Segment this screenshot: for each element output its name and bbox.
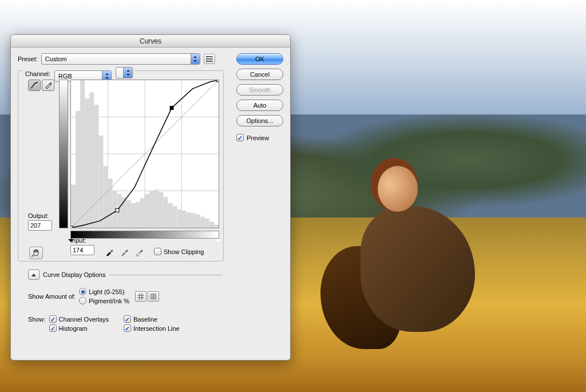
show-label: Show: <box>28 315 46 323</box>
svg-rect-42 <box>71 226 73 228</box>
auto-button[interactable]: Auto <box>236 100 283 111</box>
pigment-radio[interactable] <box>79 297 86 304</box>
pigment-label: Pigment/Ink % <box>89 298 129 304</box>
intersection-checkbox[interactable] <box>124 324 131 332</box>
svg-rect-23 <box>136 202 140 228</box>
preset-value: Custom <box>45 56 67 62</box>
svg-rect-29 <box>163 197 168 228</box>
white-point-slider[interactable] <box>216 239 221 245</box>
svg-rect-43 <box>116 209 119 212</box>
light-radio[interactable] <box>79 288 86 295</box>
channel-extra-dropdown[interactable] <box>116 67 133 78</box>
svg-rect-36 <box>196 214 200 228</box>
show-clipping-checkbox[interactable] <box>154 248 161 255</box>
svg-rect-45 <box>217 80 219 82</box>
svg-rect-30 <box>168 203 172 228</box>
svg-rect-11 <box>80 80 85 228</box>
intersection-label: Intersection Line <box>133 325 180 332</box>
svg-rect-44 <box>170 106 173 110</box>
histogram-checkbox[interactable] <box>49 324 57 332</box>
input-input[interactable] <box>70 245 94 255</box>
baseline-label: Baseline <box>133 316 157 323</box>
output-gradient <box>59 80 68 228</box>
preset-dropdown[interactable]: Custom <box>41 53 200 65</box>
svg-rect-31 <box>172 206 177 228</box>
svg-rect-26 <box>149 191 154 228</box>
channel-overlays-label: Channel Overlays <box>59 316 109 323</box>
grid-fine-button[interactable] <box>148 291 159 302</box>
dropdown-arrows-icon <box>191 54 200 64</box>
svg-rect-40 <box>214 225 219 228</box>
svg-rect-10 <box>76 111 80 228</box>
channel-overlays-checkbox[interactable] <box>49 315 57 323</box>
targeted-adjustment-tool[interactable] <box>29 247 43 259</box>
curves-graph[interactable] <box>70 80 219 228</box>
svg-rect-15 <box>98 136 103 228</box>
svg-rect-25 <box>145 194 149 228</box>
svg-rect-12 <box>85 98 89 228</box>
histogram-label: Histogram <box>59 325 88 332</box>
options-button[interactable]: Options... <box>236 115 283 126</box>
svg-rect-35 <box>191 213 196 228</box>
svg-rect-34 <box>187 212 191 228</box>
smooth-button[interactable]: Smooth <box>236 84 283 96</box>
show-clipping-label: Show Clipping <box>164 248 204 255</box>
channel-value: RGB <box>58 73 72 80</box>
svg-rect-14 <box>94 105 98 228</box>
show-amount-label: Show Amount of: <box>28 293 76 300</box>
svg-point-0 <box>206 56 207 57</box>
ok-button[interactable]: OK <box>236 53 283 65</box>
svg-rect-33 <box>182 211 187 228</box>
light-label: Light (0-255) <box>89 288 124 295</box>
pencil-tool-button[interactable] <box>42 80 54 91</box>
preset-label: Preset: <box>18 56 38 62</box>
svg-rect-37 <box>200 217 205 228</box>
svg-point-2 <box>206 61 207 62</box>
curve-tool-button[interactable] <box>28 80 41 91</box>
output-label: Output: <box>28 212 52 219</box>
svg-rect-24 <box>140 198 145 228</box>
preset-menu-button[interactable] <box>204 54 215 64</box>
curves-dialog: Curves Preset: Custom Channel: RGB <box>10 34 291 361</box>
svg-rect-21 <box>126 200 131 228</box>
svg-rect-9 <box>71 185 76 228</box>
output-input[interactable] <box>28 220 52 231</box>
preview-checkbox[interactable] <box>236 134 244 141</box>
dialog-title: Curves <box>11 35 290 47</box>
dropdown-arrows-icon <box>123 68 132 78</box>
divider <box>109 275 223 275</box>
preview-label: Preview <box>247 134 269 141</box>
input-label: Input: <box>70 237 94 244</box>
svg-rect-32 <box>177 209 181 228</box>
svg-rect-38 <box>205 219 209 228</box>
curve-display-options-label: Curve Display Options <box>43 271 105 278</box>
svg-rect-17 <box>108 179 113 228</box>
grid-coarse-button[interactable] <box>135 291 146 302</box>
svg-rect-27 <box>154 189 159 228</box>
cancel-button[interactable]: Cancel <box>236 69 283 80</box>
eyedropper-white[interactable] <box>133 247 145 258</box>
eyedropper-black[interactable] <box>104 247 115 258</box>
svg-point-1 <box>206 58 207 60</box>
baseline-checkbox[interactable] <box>124 315 131 323</box>
curve-display-toggle[interactable] <box>28 270 39 280</box>
eyedropper-gray[interactable] <box>118 247 130 258</box>
svg-rect-22 <box>131 203 136 228</box>
svg-rect-28 <box>159 192 163 228</box>
svg-rect-39 <box>209 221 214 228</box>
svg-rect-13 <box>89 93 94 228</box>
dialog-title-text: Curves <box>140 37 161 45</box>
